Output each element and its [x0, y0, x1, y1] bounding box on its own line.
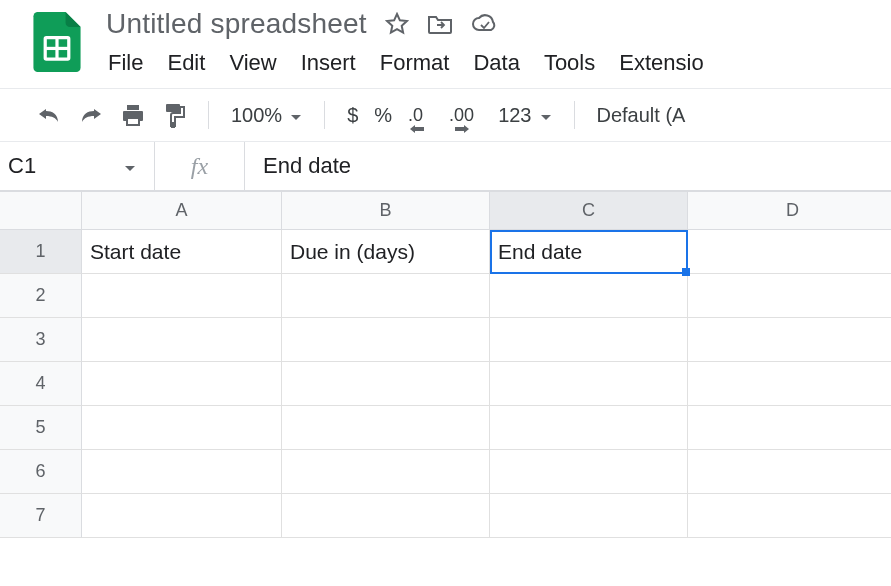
name-box-value: C1 — [8, 153, 36, 179]
fx-icon: fx — [155, 142, 245, 190]
cloud-saved-icon[interactable] — [471, 14, 499, 34]
cell-c1[interactable]: End date — [490, 230, 688, 274]
cell-c4[interactable] — [490, 362, 688, 406]
column-headers: A B C D — [82, 192, 891, 230]
toolbar: 100% $ % .0 .00 123 Default ( — [0, 89, 891, 141]
row-header-2[interactable]: 2 — [0, 274, 82, 318]
select-all-corner[interactable] — [0, 192, 82, 230]
col-header-a[interactable]: A — [82, 192, 282, 230]
col-header-d[interactable]: D — [688, 192, 891, 230]
cell-a2[interactable] — [82, 274, 282, 318]
row-header-1[interactable]: 1 — [0, 230, 82, 274]
cell-b6[interactable] — [282, 450, 490, 494]
formula-input[interactable]: End date — [245, 153, 891, 179]
decrease-decimal-button[interactable]: .0 — [402, 101, 429, 130]
cell-c2[interactable] — [490, 274, 688, 318]
menu-file[interactable]: File — [108, 50, 143, 76]
col-header-c[interactable]: C — [490, 192, 688, 230]
number-format-value: 123 — [498, 104, 531, 127]
svg-rect-3 — [127, 105, 139, 110]
cell-d5[interactable] — [688, 406, 891, 450]
svg-rect-7 — [171, 122, 175, 128]
cell-c7[interactable] — [490, 494, 688, 538]
cell-a7[interactable] — [82, 494, 282, 538]
cell-d1[interactable] — [688, 230, 891, 274]
row-header-3[interactable]: 3 — [0, 318, 82, 362]
cell-a5[interactable] — [82, 406, 282, 450]
caret-down-icon — [124, 153, 136, 179]
row-header-5[interactable]: 5 — [0, 406, 82, 450]
caret-down-icon — [290, 104, 302, 127]
row-header-4[interactable]: 4 — [0, 362, 82, 406]
cells-grid[interactable]: Start date Due in (days) End date — [82, 230, 891, 538]
col-header-b[interactable]: B — [282, 192, 490, 230]
cell-d3[interactable] — [688, 318, 891, 362]
redo-icon[interactable] — [72, 101, 110, 129]
menu-tools[interactable]: Tools — [544, 50, 595, 76]
row-headers: 1 2 3 4 5 6 7 — [0, 230, 82, 538]
svg-rect-5 — [127, 118, 139, 125]
zoom-value: 100% — [231, 104, 282, 127]
cell-d2[interactable] — [688, 274, 891, 318]
cell-d7[interactable] — [688, 494, 891, 538]
paint-format-icon[interactable] — [156, 98, 192, 132]
menu-view[interactable]: View — [229, 50, 276, 76]
font-family-dropdown[interactable]: Default (A — [591, 104, 692, 127]
caret-down-icon — [540, 104, 552, 127]
cell-b2[interactable] — [282, 274, 490, 318]
star-icon[interactable] — [385, 12, 409, 36]
formula-bar: C1 fx End date — [0, 142, 891, 192]
cell-b3[interactable] — [282, 318, 490, 362]
menubar: File Edit View Insert Format Data Tools … — [106, 50, 704, 76]
print-icon[interactable] — [114, 99, 152, 131]
percent-format-button[interactable]: % — [368, 104, 398, 127]
menu-edit[interactable]: Edit — [167, 50, 205, 76]
cell-d6[interactable] — [688, 450, 891, 494]
cell-d4[interactable] — [688, 362, 891, 406]
menu-format[interactable]: Format — [380, 50, 450, 76]
sheets-logo-icon[interactable] — [32, 12, 82, 72]
document-title[interactable]: Untitled spreadsheet — [106, 8, 367, 40]
row-header-6[interactable]: 6 — [0, 450, 82, 494]
name-box[interactable]: C1 — [0, 142, 155, 190]
increase-decimal-button[interactable]: .00 — [443, 101, 480, 130]
menu-extensions[interactable]: Extensio — [619, 50, 703, 76]
cell-b5[interactable] — [282, 406, 490, 450]
move-to-folder-icon[interactable] — [427, 13, 453, 35]
cell-b7[interactable] — [282, 494, 490, 538]
zoom-dropdown[interactable]: 100% — [225, 104, 308, 127]
cell-a3[interactable] — [82, 318, 282, 362]
cell-c3[interactable] — [490, 318, 688, 362]
cell-b4[interactable] — [282, 362, 490, 406]
row-header-7[interactable]: 7 — [0, 494, 82, 538]
cell-a6[interactable] — [82, 450, 282, 494]
cell-b1[interactable]: Due in (days) — [282, 230, 490, 274]
undo-icon[interactable] — [30, 101, 68, 129]
menu-insert[interactable]: Insert — [301, 50, 356, 76]
cell-c6[interactable] — [490, 450, 688, 494]
currency-format-button[interactable]: $ — [341, 104, 364, 127]
menu-data[interactable]: Data — [473, 50, 519, 76]
cell-a4[interactable] — [82, 362, 282, 406]
svg-rect-6 — [166, 104, 180, 112]
cell-a1[interactable]: Start date — [82, 230, 282, 274]
cell-c5[interactable] — [490, 406, 688, 450]
number-format-dropdown[interactable]: 123 — [492, 104, 557, 127]
